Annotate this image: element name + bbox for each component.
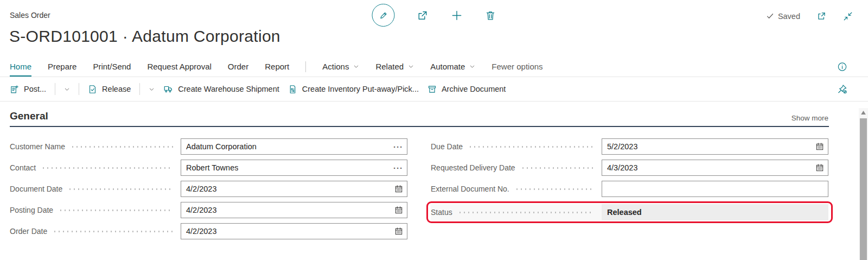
- calendar-icon[interactable]: [815, 163, 824, 172]
- popout-window-icon[interactable]: [816, 11, 827, 21]
- status-highlight-border: StatusReleased: [426, 201, 833, 223]
- field-label-text: Status: [431, 208, 452, 217]
- field-label-text: Customer Name: [10, 142, 65, 151]
- calendar-icon[interactable]: [394, 185, 403, 193]
- chevron-down-icon[interactable]: [149, 86, 155, 92]
- field-row-order-date: Order Date4/2/2023: [10, 223, 407, 239]
- field-input-contact[interactable]: Robert Townes···: [181, 160, 407, 176]
- tab-report[interactable]: Report: [265, 56, 289, 77]
- tab-label: Home: [10, 62, 31, 71]
- field-label-text: Document Date: [10, 185, 62, 193]
- post-icon: [10, 85, 19, 94]
- action-label: Post...: [24, 85, 46, 93]
- action-split-divider: [139, 83, 140, 95]
- action-split-divider: [55, 83, 55, 95]
- dotted-leader: [41, 167, 173, 169]
- vertical-scrollbar[interactable]: [859, 108, 868, 260]
- field-value: 5/2/2023: [607, 142, 637, 151]
- dotted-leader: [71, 146, 173, 148]
- field-value: 4/3/2023: [607, 163, 637, 172]
- tab-label: Order: [228, 62, 248, 71]
- field-label: Requested Delivery Date: [431, 163, 602, 172]
- field-input-document-date[interactable]: 4/2/2023: [181, 181, 407, 197]
- action-create-warehouse-shipment[interactable]: Create Warehouse Shipment: [163, 84, 279, 94]
- tab-related[interactable]: Related: [375, 56, 414, 77]
- dotted-leader: [53, 231, 173, 232]
- page-caption: Sales Order: [10, 11, 50, 20]
- field-row-due-date: Due Date5/2/2023: [431, 138, 828, 155]
- unpin-icon[interactable]: [837, 84, 847, 94]
- delete-trash-icon[interactable]: [485, 10, 496, 21]
- put-away-pick-icon: [288, 85, 297, 94]
- field-input-external-document-no[interactable]: [602, 181, 828, 197]
- share-icon[interactable]: [417, 9, 429, 22]
- field-input-due-date[interactable]: 5/2/2023: [602, 138, 828, 155]
- assist-edit-ellipsis-button[interactable]: ···: [393, 164, 403, 172]
- field-input-order-date[interactable]: 4/2/2023: [181, 223, 407, 239]
- field-input-customer-name[interactable]: Adatum Corporation···: [181, 138, 407, 155]
- collapse-diagonal-icon[interactable]: [843, 11, 853, 21]
- section-title: General: [10, 110, 48, 122]
- dotted-leader: [458, 212, 594, 213]
- show-more-link[interactable]: Show more: [792, 114, 828, 122]
- info-icon[interactable]: [837, 61, 847, 72]
- field-value: 4/2/2023: [186, 185, 216, 193]
- field-row-status: StatusReleased: [431, 204, 828, 220]
- field-label-text: Posting Date: [10, 206, 53, 214]
- tab-home[interactable]: Home: [10, 56, 31, 77]
- field-grid: Customer NameAdatum Corporation···Contac…: [10, 138, 828, 244]
- chevron-down-icon: [408, 64, 414, 69]
- calendar-icon[interactable]: [394, 206, 403, 214]
- field-label: External Document No.: [431, 185, 602, 193]
- tab-order[interactable]: Order: [228, 56, 248, 77]
- tab-print-send[interactable]: Print/Send: [93, 56, 131, 77]
- dotted-leader: [521, 167, 594, 169]
- calendar-icon[interactable]: [394, 227, 403, 236]
- field-value: Robert Townes: [186, 163, 238, 172]
- field-label: Due Date: [431, 142, 602, 151]
- general-fasttab: General Show more Customer NameAdatum Co…: [0, 110, 868, 244]
- field-row-document-date: Document Date4/2/2023: [10, 181, 407, 197]
- action-release[interactable]: Release: [88, 85, 131, 94]
- field-label: Contact: [10, 163, 181, 172]
- tab-automate[interactable]: Automate: [430, 56, 475, 77]
- dotted-leader: [468, 146, 594, 148]
- tab-request-approval[interactable]: Request Approval: [147, 56, 211, 77]
- edit-pencil-icon[interactable]: [372, 4, 395, 27]
- chevron-down-icon[interactable]: [64, 86, 70, 92]
- action-post[interactable]: Post...: [10, 85, 46, 94]
- field-label: Customer Name: [10, 142, 181, 151]
- action-group-divider: [79, 83, 79, 95]
- section-divider: [10, 126, 829, 127]
- field-input-posting-date[interactable]: 4/2/2023: [181, 202, 407, 218]
- warehouse-shipment-icon: [163, 84, 173, 94]
- field-column-right: Due Date5/2/2023Requested Delivery Date4…: [431, 138, 828, 244]
- save-status-area: Saved: [766, 11, 853, 21]
- action-bar: Post...ReleaseCreate Warehouse ShipmentC…: [0, 77, 868, 102]
- assist-edit-ellipsis-button[interactable]: ···: [393, 143, 403, 151]
- action-label: Release: [102, 85, 131, 93]
- calendar-icon[interactable]: [815, 142, 824, 151]
- action-create-inventory-put-away-pick[interactable]: Create Inventory Put-away/Pick...: [288, 85, 419, 94]
- tab-prepare[interactable]: Prepare: [48, 56, 76, 77]
- field-label: Order Date: [10, 227, 181, 236]
- scroll-up-arrow-icon[interactable]: [859, 108, 868, 117]
- field-value: 4/2/2023: [186, 227, 216, 236]
- tab-label: Actions: [322, 62, 349, 71]
- field-input-requested-delivery-date[interactable]: 4/3/2023: [602, 160, 828, 176]
- action-archive-document[interactable]: Archive Document: [427, 85, 506, 94]
- field-label-text: Order Date: [10, 227, 47, 236]
- dotted-leader: [68, 188, 173, 190]
- field-label-text: External Document No.: [431, 185, 509, 193]
- scrollbar-thumb[interactable]: [860, 118, 867, 260]
- field-column-left: Customer NameAdatum Corporation···Contac…: [10, 138, 407, 244]
- tab-actions[interactable]: Actions: [322, 56, 359, 77]
- check-icon: [766, 12, 774, 20]
- tab-label: Related: [375, 62, 404, 71]
- page-header: Sales Order Saved: [0, 0, 868, 56]
- field-row-customer-name: Customer NameAdatum Corporation···: [10, 138, 407, 155]
- new-plus-icon[interactable]: [451, 9, 463, 22]
- save-status: Saved: [766, 12, 800, 21]
- field-label-text: Contact: [10, 163, 36, 172]
- tab-fewer-options[interactable]: Fewer options: [492, 56, 542, 77]
